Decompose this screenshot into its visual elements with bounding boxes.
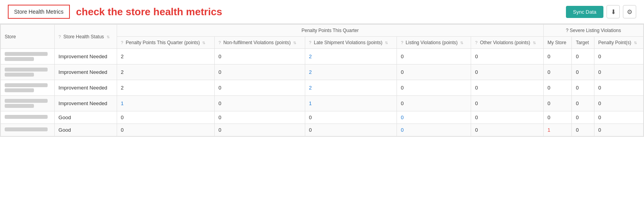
my-store-cell: 1 (543, 124, 572, 136)
target-cell: 0 (572, 96, 594, 111)
col-store-health: ? Store Health Status ⇅ (54, 25, 117, 49)
table-row: Improvement Needed20200000 (1, 64, 644, 80)
penalty-points-group: Penalty Points This Quarter (117, 25, 543, 37)
store-name-cell (1, 49, 55, 64)
listing-violations-cell: 0 (397, 96, 471, 111)
help-icon-nf: ? (219, 40, 221, 45)
col-non-fulfilment: ? Non-fulfilment Violations (points) ⇅ (214, 37, 305, 49)
sort-pp: ⇅ (634, 41, 637, 45)
group-header-label: Penalty Points This Quarter (301, 28, 359, 33)
penalty-points-cell: 0 (594, 80, 643, 96)
listing-violations-cell: 0 (397, 80, 471, 96)
status-cell: Improvement Needed (54, 64, 117, 80)
target-cell: 0 (572, 80, 594, 96)
sort-nf: ⇅ (293, 41, 296, 45)
penalty-quarter-cell: 0 (117, 111, 214, 124)
late-shipment-cell: 0 (305, 111, 397, 124)
listing-violations-cell: 0 (397, 64, 471, 80)
target-cell: 0 (572, 111, 594, 124)
listing-violations-cell: 0 (397, 124, 471, 136)
help-icon-severe: ? (566, 28, 569, 33)
col-other-violations: ? Other Violations (points) ⇅ (471, 37, 544, 49)
health-metrics-table: Store ? Store Health Status ⇅ Penalty Po… (0, 24, 644, 136)
non-fulfilment-cell: 0 (214, 111, 305, 124)
table-row: Improvement Needed20200000 (1, 80, 644, 96)
col-store: Store (1, 25, 55, 49)
penalty-quarter-cell: 1 (117, 96, 214, 111)
download-icon: ⬇ (611, 8, 616, 16)
status-cell: Improvement Needed (54, 49, 117, 64)
late-shipment-cell: 0 (305, 124, 397, 136)
non-fulfilment-cell: 0 (214, 80, 305, 96)
settings-button[interactable]: ⚙ (623, 5, 636, 18)
severe-listing-group: ? Severe Listing Violations (543, 25, 643, 37)
store-name-cell (1, 124, 55, 136)
other-violations-cell: 0 (471, 49, 544, 64)
non-fulfilment-cell: 0 (214, 124, 305, 136)
sort-icon: ⇅ (107, 35, 110, 39)
my-store-cell: 0 (543, 80, 572, 96)
sort-pq: ⇅ (202, 41, 205, 45)
help-icon-lv: ? (401, 40, 403, 45)
table-row: Good00000100 (1, 124, 644, 136)
col-penalty-quarter: ? Penalty Points This Quarter (points) ⇅ (117, 37, 214, 49)
penalty-points-cell: 0 (594, 124, 643, 136)
late-shipment-cell: 2 (305, 64, 397, 80)
sync-data-button[interactable]: Sync Data (566, 6, 603, 18)
status-cell: Improvement Needed (54, 80, 117, 96)
late-shipment-cell: 2 (305, 80, 397, 96)
my-store-cell: 0 (543, 96, 572, 111)
header-actions: Sync Data ⬇ ⚙ (566, 5, 636, 18)
col-late-shipment: ? Late Shipment Violations (points) ⇅ (305, 37, 397, 49)
penalty-quarter-cell: 0 (117, 124, 214, 136)
sort-ov: ⇅ (533, 41, 536, 45)
col-penalty-points: Penalty Point(s) ⇅ (594, 37, 643, 49)
download-button[interactable]: ⬇ (607, 5, 620, 18)
table-row: Improvement Needed20200000 (1, 49, 644, 64)
my-store-cell: 0 (543, 49, 572, 64)
penalty-quarter-cell: 2 (117, 80, 214, 96)
table-row: Improvement Needed10100000 (1, 96, 644, 111)
sort-lv: ⇅ (460, 41, 463, 45)
sort-ls: ⇅ (385, 41, 388, 45)
header-annotation: check the store health metrics (76, 6, 222, 18)
col-store-health-label: Store Health Status (63, 34, 104, 39)
help-icon: ? (59, 34, 61, 39)
target-cell: 0 (572, 124, 594, 136)
status-cell: Good (54, 111, 117, 124)
col-listing-violations: ? Listing Violations (points) ⇅ (397, 37, 471, 49)
status-cell: Improvement Needed (54, 96, 117, 111)
penalty-points-cell: 0 (594, 64, 643, 80)
store-name-cell (1, 111, 55, 124)
other-violations-cell: 0 (471, 111, 544, 124)
help-icon-pq: ? (121, 40, 123, 45)
store-name-cell (1, 96, 55, 111)
non-fulfilment-cell: 0 (214, 64, 305, 80)
help-icon-ov: ? (475, 40, 477, 45)
other-violations-cell: 0 (471, 96, 544, 111)
header: Store Health Metrics check the store hea… (0, 0, 644, 24)
col-my-store: My Store (543, 37, 572, 49)
non-fulfilment-cell: 0 (214, 49, 305, 64)
status-cell: Good (54, 124, 117, 136)
late-shipment-cell: 2 (305, 49, 397, 64)
page-title: Store Health Metrics (14, 9, 64, 15)
target-cell: 0 (572, 49, 594, 64)
table-wrapper: Store ? Store Health Status ⇅ Penalty Po… (0, 24, 644, 137)
target-cell: 0 (572, 64, 594, 80)
other-violations-cell: 0 (471, 80, 544, 96)
settings-icon: ⚙ (627, 8, 632, 16)
store-name-cell (1, 64, 55, 80)
penalty-quarter-cell: 2 (117, 49, 214, 64)
listing-violations-cell: 0 (397, 111, 471, 124)
listing-violations-cell: 0 (397, 49, 471, 64)
my-store-cell: 0 (543, 111, 572, 124)
col-target: Target (572, 37, 594, 49)
title-box: Store Health Metrics (8, 5, 70, 19)
penalty-points-cell: 0 (594, 111, 643, 124)
severe-listing-label: Severe Listing Violations (570, 28, 621, 33)
other-violations-cell: 0 (471, 64, 544, 80)
my-store-cell: 0 (543, 64, 572, 80)
penalty-quarter-cell: 2 (117, 64, 214, 80)
store-name-cell (1, 80, 55, 96)
